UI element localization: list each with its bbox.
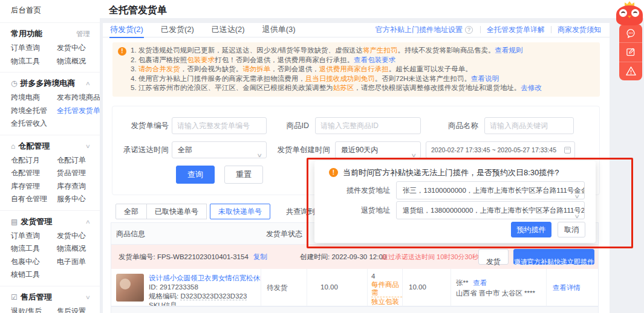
help-icon[interactable]: ?	[465, 26, 473, 34]
chevron-down-icon[interactable]: ∨	[85, 294, 91, 300]
status-cell: 待发货	[261, 269, 307, 306]
view-detail-link[interactable]: 查看详情	[547, 269, 599, 306]
mascot-bird	[616, 1, 643, 25]
notice-link[interactable]: 去修改	[521, 84, 542, 91]
chip-all[interactable]: 全部	[115, 204, 147, 219]
chevron-down-icon[interactable]: ∨	[85, 143, 91, 149]
alert-button[interactable]	[619, 62, 642, 80]
sidebar-item[interactable]: 物流工具	[11, 242, 57, 256]
sidebar-item[interactable]: 仓配订单	[57, 154, 90, 167]
sidebar-item[interactable]: 库存查询	[57, 180, 90, 193]
sidebar-item[interactable]: 订单查询	[11, 42, 57, 55]
sidebar-item[interactable]: 售后设置	[57, 305, 90, 313]
notice-text: 打包！否则会退供，退供费用商家自行承担。	[215, 56, 354, 63]
sidebar-item[interactable]: 物流工具	[11, 55, 57, 68]
product-title-link[interactable]: 设计感小众圆领卫衣男女情侣宽松休闲	[149, 274, 261, 283]
ship-button[interactable]: 发货	[478, 249, 509, 265]
created-time-select[interactable]: 最近90天内∨	[335, 141, 421, 158]
calendar-icon	[564, 147, 571, 153]
notice-text: 。持续不发货将影响商品售卖。	[397, 47, 495, 54]
notice-text: 包装要求	[187, 56, 215, 63]
notice-text: 请勿拆单	[242, 65, 270, 73]
sidebar-item[interactable]: 发货中心	[57, 230, 90, 243]
sidebar-item[interactable]: 货品管理	[57, 167, 90, 180]
sidebar-item[interactable]: 仓配管理	[11, 167, 57, 180]
sidebar-item[interactable]: 服务中心	[57, 193, 90, 206]
sidebar: 后台首页 常用功能管理订单查询发货中心物流工具物流概况◷拼多多跨境电商∧跨境电商…	[0, 0, 100, 313]
sidebar-section-title: 发货管理	[21, 216, 52, 227]
chevron-up-icon[interactable]: ∧	[85, 80, 91, 86]
confirm-pickup-button[interactable]: 预约揽件	[511, 222, 551, 237]
sidebar-section: ☑售后管理∨退款/售后售后设置	[0, 286, 100, 313]
warehouse-icon: ⌂	[11, 142, 15, 150]
goodsname-label: 商品名称	[427, 117, 478, 134]
next-order-row-cutoff	[111, 306, 598, 313]
sidebar-section-head[interactable]: 常用功能管理	[11, 28, 90, 40]
sidebar-item[interactable]: 电子面单	[57, 256, 90, 269]
sidebar-item[interactable]: 自有仓管理	[11, 193, 57, 206]
invite-pickup-button[interactable]: 邀请官方补贴快递立即揽件	[513, 249, 594, 265]
tab-item[interactable]: 退供单(3)	[262, 23, 296, 38]
sidebar-item[interactable]: 退款/售后	[11, 305, 57, 313]
sidebar-item[interactable]: 仓配订月	[11, 154, 57, 167]
promise-time-select[interactable]: 全部∨	[172, 141, 267, 158]
sidebar-item[interactable]: 订单查询	[11, 230, 57, 243]
shield-check-icon: ☑	[11, 293, 18, 302]
sidebar-section-head[interactable]: ▤发货管理∧	[11, 216, 90, 228]
sidebar-item[interactable]: 全托管发货单	[57, 105, 100, 118]
sidebar-item[interactable]: 核销工具	[11, 268, 57, 282]
pickup-address-select[interactable]: 张三，13100000000，上海市上海市长宁区茅台路111号金金大厦∨	[396, 181, 585, 199]
sku-info[interactable]: SKU信息	[149, 301, 261, 306]
sidebar-item[interactable]: 物流概况	[57, 55, 90, 68]
notice-text: 且当日揽收成功则免罚	[305, 75, 375, 82]
col-order-status: 发货单状态	[261, 223, 307, 244]
notice-link[interactable]: 查看规则	[495, 47, 522, 54]
sidebar-item[interactable]: 跨境全托管	[11, 105, 57, 118]
sidebar-item[interactable]: 发货中心	[57, 42, 90, 55]
feedback-button[interactable]	[619, 42, 642, 61]
sidebar-item-home[interactable]: 后台首页	[0, 0, 100, 22]
tab-item[interactable]: 已发货(2)	[160, 23, 195, 38]
manage-link[interactable]: 管理	[76, 30, 90, 39]
sidebar-item[interactable]: 包裹中心	[11, 256, 57, 269]
product-image[interactable]	[116, 274, 144, 302]
notice-link[interactable]: 查看包装要求	[354, 56, 395, 63]
return-address-select[interactable]: 退货组，13800000000，上海市上海市长宁区茅台路111号28楼∨	[396, 201, 585, 219]
tab-item[interactable]: 已送达(2)	[211, 23, 246, 38]
shipno-label: 发货单编号	[112, 117, 169, 134]
chevron-up-icon[interactable]: ∧	[85, 219, 91, 225]
search-button[interactable]: 查询	[176, 166, 215, 184]
chip-taken[interactable]: 已取快递单号	[146, 204, 207, 219]
notice-banner: ! 1. 发货违规处罚规则已更新，延迟送达、因少发/错货等导致缺货、虚假送达将产…	[112, 42, 600, 97]
sidebar-item	[57, 117, 90, 131]
receiver-cell: 张**查看 山西省 晋中市 太谷区 ****	[451, 269, 547, 306]
reset-button[interactable]: 重置	[224, 166, 263, 184]
sidebar-item[interactable]: 发布跨境商品	[57, 91, 100, 105]
col-product-info: 商品信息	[111, 223, 261, 244]
sidebar-item[interactable]: 物流概况	[57, 242, 90, 256]
goodsid-input[interactable]	[315, 117, 421, 134]
sidebar-section-title: 仓配管理	[18, 141, 50, 152]
notice-text: ，请您尽快根据该调整修改揽件发货地址和退货地址。	[354, 84, 521, 91]
cancel-button[interactable]: 取消	[558, 222, 585, 237]
header-link[interactable]: 全托管发货单详解	[487, 25, 545, 35]
sidebar-item[interactable]: 全托管收入	[11, 117, 57, 131]
notice-link[interactable]: 查看说明	[471, 75, 499, 82]
amount-cell: 10.00	[403, 269, 451, 306]
packaging-note-link[interactable]: 每件商品需	[371, 281, 402, 297]
header-link[interactable]: 商家发货须知	[558, 25, 601, 35]
header-link[interactable]: 官方补贴上门揽件地址设置	[376, 25, 463, 35]
copy-link[interactable]: 复制	[253, 253, 267, 260]
sidebar-section-head[interactable]: ☑售后管理∨	[11, 291, 90, 303]
date-range-input[interactable]: 2020-02-27 17:33:45 ~ 2020-05-27 17:33:4…	[426, 141, 575, 158]
tab-active[interactable]: 待发货(2)	[109, 23, 144, 38]
promise-time-label: 承诺送达时间	[112, 141, 169, 158]
sidebar-item[interactable]: 跨境电商	[11, 91, 57, 105]
sidebar-item[interactable]: 库存管理	[11, 180, 57, 193]
chip-untaken[interactable]: 未取快递单号	[210, 204, 270, 219]
chat-button[interactable]	[619, 24, 642, 42]
sidebar-section-head[interactable]: ⌂仓配管理∨	[11, 140, 90, 152]
view-receiver-link[interactable]: 查看	[473, 279, 487, 286]
sidebar-section-head[interactable]: ◷拼多多跨境电商∧	[11, 77, 90, 89]
goodsname-input[interactable]	[484, 117, 574, 134]
